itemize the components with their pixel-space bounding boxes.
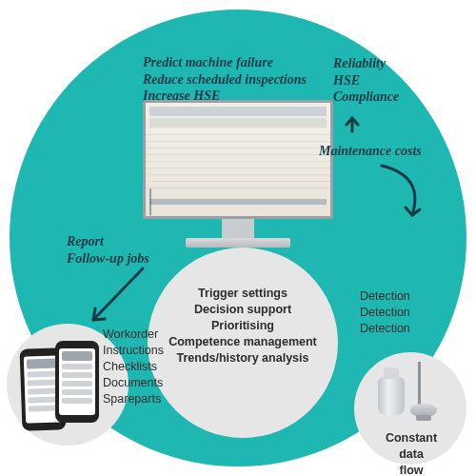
text-line: Prioritising xyxy=(152,318,333,334)
text-line: Trigger settings xyxy=(152,286,333,302)
text-line: Compliance xyxy=(333,89,447,106)
text-line: Maintenance costs xyxy=(319,144,422,158)
monitor-benefits-label: Predict machine failure Reduce scheduled… xyxy=(143,54,333,105)
detection-label: Detection Detection Detection xyxy=(360,288,455,337)
text-line: Predict machine failure xyxy=(143,54,333,71)
monitor-graphic xyxy=(143,100,333,252)
text-line: Constant data xyxy=(373,430,449,463)
text-line: Spareparts xyxy=(103,391,198,407)
text-line: Reduce scheduled inspections xyxy=(143,71,333,89)
text-line: Detection xyxy=(360,288,455,305)
report-label: Report Follow-up jobs xyxy=(67,233,181,267)
sensor-graphic xyxy=(374,362,446,428)
monitor-screen xyxy=(143,100,333,219)
text-line: flow xyxy=(373,463,449,476)
mobile-devices-graphic xyxy=(19,341,114,431)
center-capabilities-label: Trigger settings Decision support Priori… xyxy=(152,286,333,366)
phone-icon xyxy=(55,341,99,423)
text-line: HSE xyxy=(333,72,447,89)
maintenance-costs-label: Maintenance costs xyxy=(319,143,462,160)
diagram-canvas: Predict machine failure Reduce scheduled… xyxy=(0,0,476,476)
text-line: Competence management xyxy=(152,334,333,350)
text-line: Decision support xyxy=(152,302,333,318)
outcomes-up-label: Reliablity HSE Compliance xyxy=(333,55,447,106)
text-line: Report xyxy=(67,233,181,250)
text-line: Reliablity xyxy=(333,55,447,72)
text-line: Detection xyxy=(360,321,455,337)
text-line: Follow-up jobs xyxy=(67,250,181,268)
constant-data-flow-label: Constant data flow xyxy=(373,430,449,476)
text-line: Detection xyxy=(360,305,455,321)
text-line: Increase HSE xyxy=(143,88,333,105)
text-line: Documents xyxy=(103,375,198,391)
text-line: Trends/history analysis xyxy=(152,350,333,367)
